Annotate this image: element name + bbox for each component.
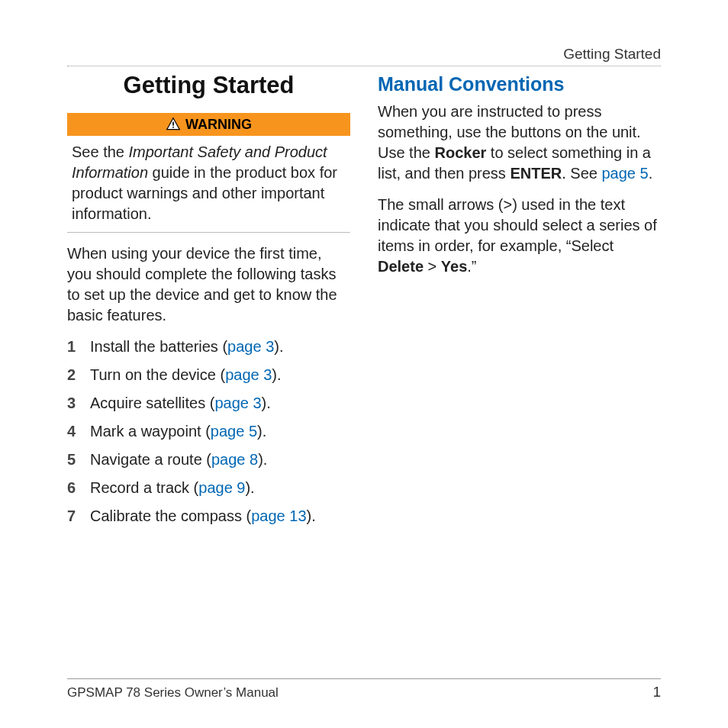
- bold-term: Yes: [441, 258, 467, 275]
- list-item: 1Install the batteries (page 3).: [67, 337, 350, 357]
- step-number: 1: [67, 337, 90, 357]
- step-number: 3: [67, 393, 90, 414]
- page-number: 1: [652, 684, 661, 701]
- warning-label: WARNING: [185, 117, 252, 133]
- page-title: Getting Started: [67, 72, 350, 99]
- list-item: 3Acquire satellites (page 3).: [67, 393, 350, 414]
- page-link[interactable]: page 13: [251, 507, 306, 524]
- intro-paragraph: When using your device the first time, y…: [67, 243, 350, 326]
- step-number: 7: [67, 506, 90, 527]
- svg-rect-1: [172, 127, 174, 128]
- page-link[interactable]: page 5: [211, 423, 257, 440]
- list-item: 2Turn on the device (page 3).: [67, 365, 350, 385]
- warning-box: WARNING See the Important Safety and Pro…: [67, 113, 350, 233]
- footer-title: GPSMAP 78 Series Owner’s Manual: [67, 685, 279, 701]
- step-text: Calibrate the compass (page 13).: [90, 506, 316, 527]
- conventions-para-1: When you are instructed to press somethi…: [378, 101, 661, 184]
- page-link[interactable]: page 9: [198, 479, 245, 496]
- page-link[interactable]: page 3: [214, 395, 261, 411]
- steps-list: 1Install the batteries (page 3). 2Turn o…: [67, 337, 350, 527]
- step-text: Turn on the device (page 3).: [90, 365, 282, 385]
- step-number: 5: [67, 449, 90, 470]
- warning-bar: WARNING: [67, 113, 350, 136]
- warning-text: See the Important Safety and Product Inf…: [67, 136, 350, 233]
- list-item: 4 Mark a waypoint (page 5).: [67, 421, 350, 442]
- bold-term: Delete: [378, 258, 424, 275]
- section-heading: Manual Conventions: [378, 73, 661, 95]
- conventions-para-2: The small arrows (>) used in the text in…: [378, 195, 661, 277]
- list-item: 6Record a track (page 9).: [67, 478, 350, 498]
- list-item: 5Navigate a route (page 8).: [67, 449, 350, 470]
- page-link[interactable]: page 8: [211, 451, 258, 468]
- step-text: Mark a waypoint (page 5).: [90, 421, 266, 442]
- step-text: Navigate a route (page 8).: [90, 449, 267, 470]
- bold-term: Rocker: [434, 144, 486, 161]
- content-columns: Getting Started WARNING See the Importan…: [67, 72, 661, 534]
- running-header: Getting Started: [563, 46, 661, 63]
- svg-rect-0: [172, 122, 174, 126]
- warning-text-before: See the: [72, 143, 129, 160]
- step-number: 4: [67, 421, 90, 442]
- header-rule: [67, 66, 661, 66]
- step-number: 2: [67, 365, 90, 385]
- page-link[interactable]: page 3: [225, 366, 272, 383]
- footer-rule: [67, 678, 661, 679]
- warning-triangle-icon: [166, 117, 181, 132]
- step-text: Record a track (page 9).: [90, 478, 255, 498]
- bold-term: ENTER: [510, 165, 562, 182]
- page-link[interactable]: page 3: [227, 338, 274, 355]
- left-column: Getting Started WARNING See the Importan…: [67, 72, 350, 534]
- right-column: Manual Conventions When you are instruct…: [378, 72, 661, 534]
- list-item: 7Calibrate the compass (page 13).: [67, 506, 350, 527]
- step-text: Install the batteries (page 3).: [90, 337, 283, 357]
- page-link[interactable]: page 5: [602, 165, 649, 182]
- step-text: Acquire satellites (page 3).: [90, 393, 271, 414]
- step-number: 6: [67, 478, 90, 498]
